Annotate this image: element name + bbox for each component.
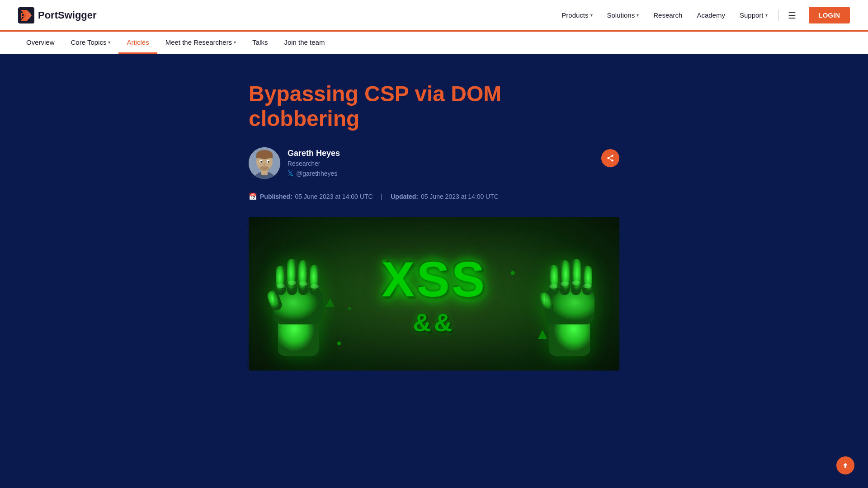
nav-products[interactable]: Products ▾ xyxy=(556,8,598,23)
nav-right-group: Products ▾ Solutions ▾ Research Academy … xyxy=(556,6,850,24)
svg-point-28 xyxy=(277,284,285,288)
subnav-talks[interactable]: Talks xyxy=(244,32,276,54)
svg-point-30 xyxy=(299,282,307,286)
author-twitter[interactable]: 𝕏 @garethheyes xyxy=(288,169,340,178)
xss-text-center: XSS && xyxy=(382,250,486,337)
svg-line-20 xyxy=(609,156,611,158)
svg-rect-32 xyxy=(274,288,323,324)
nav-research[interactable]: Research xyxy=(648,8,688,23)
scroll-to-top-button[interactable] xyxy=(836,456,854,474)
svg-rect-44 xyxy=(545,288,594,324)
subnav-articles[interactable]: Articles xyxy=(118,32,157,54)
avatar-image xyxy=(249,147,280,179)
updated-date: 05 June 2023 at 14:00 UTC xyxy=(421,193,499,200)
nav-divider xyxy=(778,10,779,21)
date-section: 📅 Published: 05 June 2023 at 14:00 UTC |… xyxy=(249,192,619,201)
right-fist-icon xyxy=(524,230,615,356)
svg-point-16 xyxy=(611,155,613,157)
subnav-join-team[interactable]: Join the team xyxy=(276,32,333,54)
svg-point-14 xyxy=(264,163,265,166)
twitter-icon: 𝕏 xyxy=(288,169,293,178)
xss-sub-text: && xyxy=(413,308,455,337)
svg-line-19 xyxy=(609,159,611,160)
fist-left xyxy=(253,230,344,358)
published-date: 05 June 2023 at 14:00 UTC xyxy=(295,193,373,200)
author-info: Gareth Heyes Researcher 𝕏 @garethheyes xyxy=(288,149,340,178)
author-left: Gareth Heyes Researcher 𝕏 @garethheyes xyxy=(249,147,340,179)
svg-point-29 xyxy=(288,281,296,285)
author-role: Researcher xyxy=(288,160,340,167)
chevron-up-icon xyxy=(842,462,849,469)
subnav-core-topics[interactable]: Core Topics ▾ xyxy=(63,32,119,54)
login-button[interactable]: LOGIN xyxy=(809,7,850,23)
fist-right xyxy=(524,230,615,358)
svg-point-13 xyxy=(268,161,269,163)
svg-rect-51 xyxy=(348,307,351,310)
published-label: Published: xyxy=(260,193,292,200)
chevron-down-icon: ▾ xyxy=(108,40,110,45)
subnav-meet-researchers[interactable]: Meet the Researchers ▾ xyxy=(157,32,245,54)
svg-point-12 xyxy=(260,161,262,163)
article-hero-image: XSS && xyxy=(249,217,619,371)
share-icon xyxy=(606,154,614,162)
logo-icon: PS xyxy=(18,7,34,23)
nav-support[interactable]: Support ▾ xyxy=(734,8,773,23)
author-section: Gareth Heyes Researcher 𝕏 @garethheyes xyxy=(249,147,619,179)
left-fist-icon xyxy=(253,230,344,356)
top-navigation: PS PortSwigger Products ▾ Solutions ▾ Re… xyxy=(0,0,868,32)
svg-text:PS: PS xyxy=(20,12,30,20)
chevron-down-icon: ▾ xyxy=(590,13,593,18)
author-name: Gareth Heyes xyxy=(288,149,340,158)
brand-logo[interactable]: PS PortSwigger xyxy=(18,7,97,23)
svg-point-17 xyxy=(607,157,609,160)
chevron-down-icon: ▾ xyxy=(234,40,236,45)
article-title: Bypassing CSP via DOM clobbering xyxy=(249,81,556,131)
chevron-down-icon: ▾ xyxy=(765,13,768,18)
subnav-overview[interactable]: Overview xyxy=(18,32,63,54)
svg-rect-9 xyxy=(256,155,273,158)
article-container: Bypassing CSP via DOM clobbering xyxy=(231,81,637,371)
nav-academy[interactable]: Academy xyxy=(691,8,731,23)
main-content: Bypassing CSP via DOM clobbering xyxy=(0,54,868,488)
date-separator: | xyxy=(381,193,383,200)
updated-label: Updated: xyxy=(391,193,418,200)
svg-rect-50 xyxy=(510,271,515,276)
xss-main-text: XSS xyxy=(382,250,486,308)
brand-name: PortSwigger xyxy=(38,9,97,21)
svg-point-18 xyxy=(611,160,613,162)
sub-navigation: Overview Core Topics ▾ Articles Meet the… xyxy=(0,32,868,54)
hamburger-menu-icon[interactable]: ☰ xyxy=(784,6,800,24)
share-button[interactable] xyxy=(601,149,619,167)
avatar xyxy=(249,147,280,179)
nav-solutions[interactable]: Solutions ▾ xyxy=(602,8,645,23)
chevron-down-icon: ▾ xyxy=(637,13,639,18)
svg-point-15 xyxy=(259,166,269,171)
xss-illustration: XSS && xyxy=(249,217,619,371)
calendar-icon: 📅 xyxy=(249,192,257,201)
svg-point-31 xyxy=(311,284,319,289)
